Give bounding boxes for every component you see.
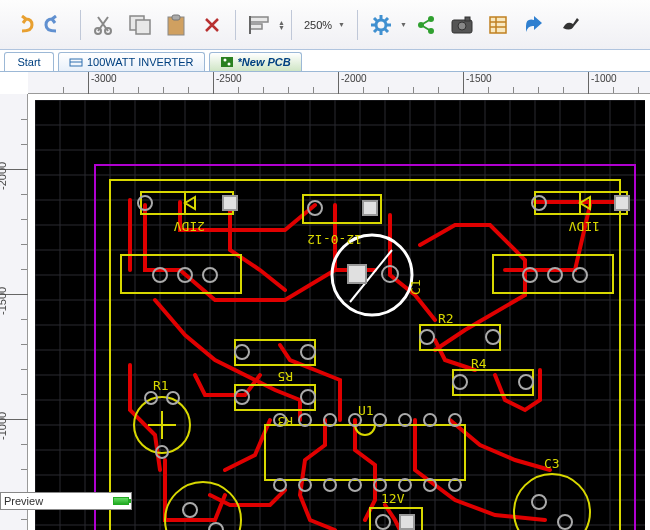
svg-line-17 — [385, 18, 388, 21]
copy-button[interactable] — [123, 8, 157, 42]
svg-line-14 — [374, 18, 377, 21]
svg-rect-30 — [221, 57, 233, 67]
svg-text:C3: C3 — [544, 456, 560, 471]
main-toolbar: ▲▼ 250%▼ ▼ — [0, 0, 650, 50]
svg-text:12-0-12: 12-0-12 — [307, 232, 362, 247]
svg-point-31 — [223, 59, 226, 62]
delete-button[interactable] — [195, 8, 229, 42]
svg-rect-99 — [223, 196, 237, 210]
svg-text:2IDV: 2IDV — [174, 219, 205, 234]
svg-rect-78 — [141, 192, 233, 214]
preview-panel[interactable]: Preview — [0, 492, 132, 510]
pcb-canvas[interactable]: 2IDV 1IDV 12-0-12 R2 R4 R5 R3 R1 U1 C1 C… — [35, 100, 645, 530]
svg-rect-83 — [493, 255, 613, 293]
redo-button[interactable] — [40, 8, 74, 42]
camera-button[interactable] — [445, 8, 479, 42]
svg-text:R5: R5 — [277, 369, 293, 384]
svg-point-141 — [376, 515, 390, 529]
svg-rect-143 — [348, 265, 366, 283]
zoom-value: 250% — [304, 19, 332, 31]
svg-rect-7 — [250, 24, 262, 29]
svg-rect-142 — [400, 515, 414, 529]
svg-rect-87 — [235, 340, 315, 365]
tab-pcb-active[interactable]: *New PCB — [209, 52, 302, 71]
cut-button[interactable] — [87, 8, 121, 42]
svg-text:1IDV: 1IDV — [569, 219, 600, 234]
svg-line-16 — [374, 29, 377, 32]
horizontal-ruler: -3000 -2500 -2000 -1500 -1000 — [28, 72, 650, 94]
export-button[interactable] — [517, 8, 551, 42]
preview-label: Preview — [4, 495, 43, 507]
undo-button[interactable] — [4, 8, 38, 42]
tab-start[interactable]: Start — [4, 52, 54, 71]
share-button[interactable] — [409, 8, 443, 42]
svg-point-138 — [209, 523, 223, 530]
svg-rect-86 — [453, 370, 533, 395]
vertical-ruler: -2000 -1500 -1000 — [0, 94, 28, 530]
svg-point-114 — [235, 345, 249, 359]
svg-text:R2: R2 — [438, 311, 454, 326]
svg-point-94 — [514, 474, 590, 530]
canvas-area: -3000 -2500 -2000 -1500 -1000 -2000 -150… — [0, 72, 650, 530]
settings-dropdown-icon[interactable]: ▼ — [400, 22, 407, 27]
settings-button[interactable] — [364, 8, 398, 42]
svg-rect-6 — [250, 17, 268, 22]
align-dropdown-icon[interactable]: ▲▼ — [278, 20, 285, 30]
svg-rect-3 — [136, 20, 150, 34]
svg-point-32 — [227, 63, 230, 66]
svg-point-113 — [519, 375, 533, 389]
svg-point-139 — [532, 495, 546, 509]
svg-rect-106 — [615, 196, 629, 210]
svg-rect-24 — [490, 17, 506, 33]
svg-rect-5 — [172, 15, 180, 20]
bom-button[interactable] — [481, 8, 515, 42]
paste-button[interactable] — [159, 8, 193, 42]
svg-point-110 — [420, 330, 434, 344]
document-tabs: Start 100WATT INVERTER *New PCB — [0, 50, 650, 72]
pcb-icon — [220, 56, 234, 68]
svg-point-111 — [486, 330, 500, 344]
svg-text:R4: R4 — [471, 356, 487, 371]
svg-text:R1: R1 — [153, 378, 169, 393]
svg-rect-23 — [465, 17, 470, 21]
svg-point-22 — [458, 22, 466, 30]
tab-schematic[interactable]: 100WATT INVERTER — [58, 52, 205, 71]
align-button[interactable] — [242, 8, 276, 42]
svg-point-115 — [301, 345, 315, 359]
schematic-icon — [69, 56, 83, 68]
zoom-display[interactable]: 250%▼ — [298, 19, 351, 31]
svg-point-117 — [301, 390, 315, 404]
svg-line-15 — [385, 29, 388, 32]
svg-rect-104 — [363, 201, 377, 215]
svg-text:U1: U1 — [358, 403, 374, 418]
misc-tool-button[interactable] — [553, 8, 587, 42]
svg-rect-82 — [121, 255, 241, 293]
svg-text:R3: R3 — [277, 414, 293, 429]
svg-point-9 — [376, 20, 386, 30]
svg-text:C1: C1 — [408, 279, 423, 295]
battery-icon — [113, 497, 129, 505]
svg-text:12V: 12V — [381, 491, 405, 506]
